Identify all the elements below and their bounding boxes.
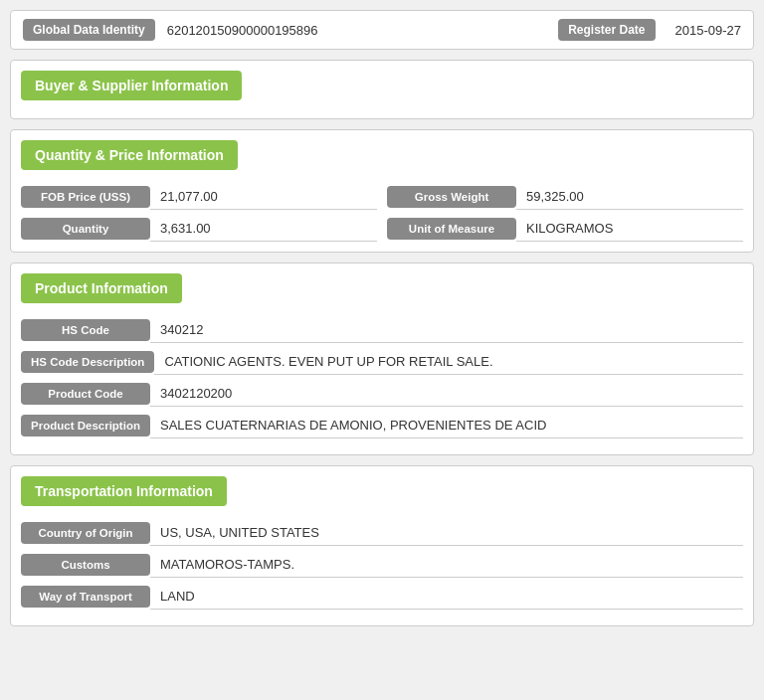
hs-desc-row: HS Code Description CATIONIC AGENTS. EVE…	[21, 349, 743, 375]
way-value: LAND	[150, 584, 743, 610]
quantity-field: Quantity 3,631.00	[21, 216, 377, 242]
register-date-value: 2015-09-27	[675, 23, 742, 38]
global-section: Global Data Identity 6201201509000001958…	[10, 10, 754, 50]
product-code-label: Product Code	[21, 383, 150, 405]
transportation-header: Transportation Information	[21, 476, 227, 506]
hs-desc-label: HS Code Description	[21, 351, 154, 373]
fob-value: 21,077.00	[150, 184, 377, 210]
quantity-value: 3,631.00	[150, 216, 377, 242]
hs-code-row: HS Code 340212	[21, 317, 743, 343]
product-code-row: Product Code 3402120200	[21, 381, 743, 407]
hs-code-label: HS Code	[21, 319, 150, 341]
fob-gross-row: FOB Price (USS) 21,077.00 Gross Weight 5…	[21, 184, 743, 210]
global-identity-label: Global Data Identity	[23, 19, 155, 41]
product-code-value: 3402120200	[150, 381, 743, 407]
product-desc-label: Product Description	[21, 415, 150, 437]
unit-field: Unit of Measure KILOGRAMOS	[387, 216, 743, 242]
quantity-label: Quantity	[21, 218, 150, 240]
customs-row: Customs MATAMOROS-TAMPS.	[21, 552, 743, 578]
product-desc-value: SALES CUATERNARIAS DE AMONIO, PROVENIENT…	[150, 413, 743, 438]
transportation-section: Transportation Information Country of Or…	[10, 465, 754, 626]
customs-value: MATAMOROS-TAMPS.	[150, 552, 743, 578]
quantity-price-section: Quantity & Price Information FOB Price (…	[10, 129, 754, 253]
buyer-supplier-header: Buyer & Supplier Information	[21, 71, 242, 100]
gross-label: Gross Weight	[387, 186, 516, 208]
page-container: Global Data Identity 6201201509000001958…	[10, 10, 754, 626]
customs-label: Customs	[21, 554, 150, 576]
hs-desc-value: CATIONIC AGENTS. EVEN PUT UP FOR RETAIL …	[154, 349, 743, 375]
product-fields: HS Code 340212 HS Code Description CATIO…	[11, 311, 753, 454]
country-row: Country of Origin US, USA, UNITED STATES	[21, 520, 743, 546]
transportation-fields: Country of Origin US, USA, UNITED STATES…	[11, 514, 753, 625]
fob-field: FOB Price (USS) 21,077.00	[21, 184, 377, 210]
quantity-unit-row: Quantity 3,631.00 Unit of Measure KILOGR…	[21, 216, 743, 242]
country-value: US, USA, UNITED STATES	[150, 520, 743, 546]
product-desc-row: Product Description SALES CUATERNARIAS D…	[21, 413, 743, 438]
global-identity-value: 620120150900000195896	[167, 23, 546, 38]
hs-code-value: 340212	[150, 317, 743, 343]
way-label: Way of Transport	[21, 586, 150, 608]
way-row: Way of Transport LAND	[21, 584, 743, 610]
register-date-label: Register Date	[558, 19, 655, 41]
product-header: Product Information	[21, 273, 182, 303]
unit-label: Unit of Measure	[387, 218, 516, 240]
gross-field: Gross Weight 59,325.00	[387, 184, 743, 210]
fob-label: FOB Price (USS)	[21, 186, 150, 208]
country-label: Country of Origin	[21, 522, 150, 544]
buyer-supplier-section: Buyer & Supplier Information	[10, 60, 754, 119]
quantity-price-header: Quantity & Price Information	[21, 140, 238, 170]
product-section: Product Information HS Code 340212 HS Co…	[10, 262, 754, 455]
unit-value: KILOGRAMOS	[516, 216, 743, 242]
gross-value: 59,325.00	[516, 184, 743, 210]
quantity-price-fields: FOB Price (USS) 21,077.00 Gross Weight 5…	[11, 178, 753, 252]
